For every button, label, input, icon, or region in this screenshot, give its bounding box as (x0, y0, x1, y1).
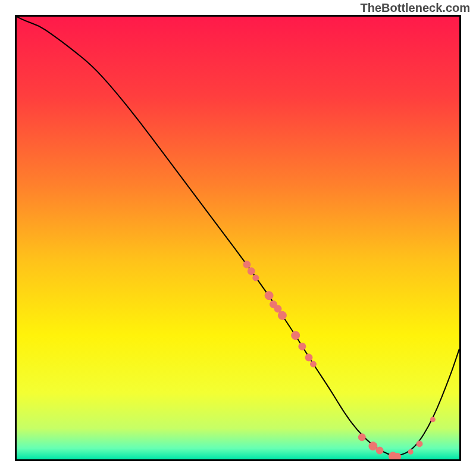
data-marker (265, 292, 273, 300)
data-marker (376, 447, 383, 454)
data-marker (299, 343, 306, 350)
chart-svg (17, 17, 459, 459)
data-marker (358, 434, 365, 441)
data-marker (305, 354, 312, 361)
data-marker (248, 268, 255, 275)
data-marker (274, 305, 281, 312)
data-marker (369, 442, 377, 450)
chart-frame (15, 15, 461, 461)
data-marker (408, 449, 413, 454)
watermark-text: TheBottleneck.com (361, 1, 470, 15)
data-marker (311, 361, 317, 367)
gradient-background (17, 17, 459, 459)
data-marker (416, 441, 422, 447)
data-marker (243, 261, 250, 268)
data-marker (278, 311, 286, 320)
data-marker (430, 417, 435, 422)
data-marker (253, 275, 259, 281)
data-marker (394, 453, 401, 460)
data-marker (292, 331, 300, 340)
